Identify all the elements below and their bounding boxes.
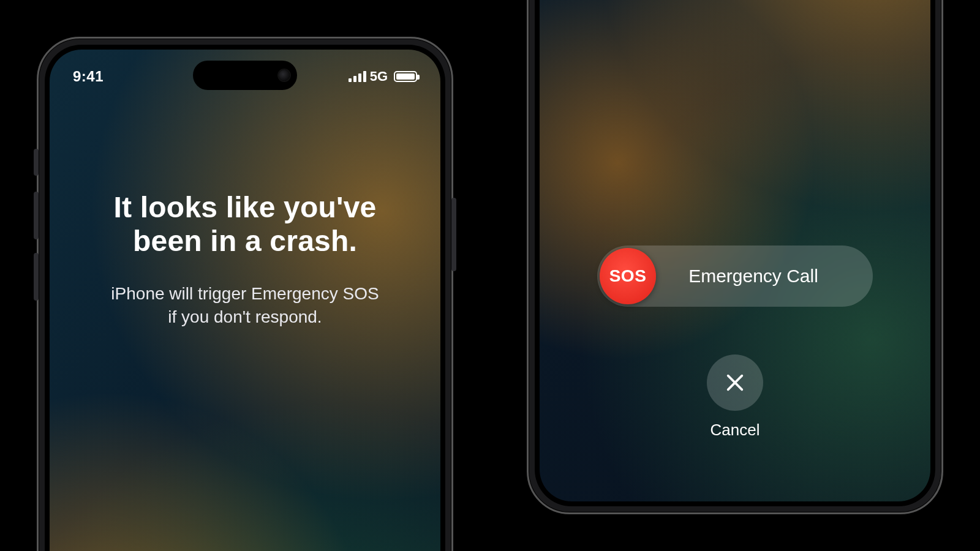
screen: 9:41 5G It looks like you've been in a c… (50, 50, 440, 551)
cancel-label: Cancel (710, 421, 760, 440)
screen: SOS Emergency Call Cancel (540, 0, 930, 501)
network-label: 5G (370, 69, 388, 84)
battery-full-icon (394, 71, 417, 82)
crash-heading-line1: It looks like you've (114, 191, 377, 223)
crash-heading-line2: been in a crash. (133, 225, 357, 257)
crash-sub-line2: if you don't respond. (168, 307, 322, 326)
sos-knob[interactable]: SOS (600, 248, 656, 304)
status-bar: 9:41 5G (50, 64, 440, 89)
emergency-call-slider[interactable]: SOS Emergency Call (597, 246, 873, 307)
promo-stage: 9:41 5G It looks like you've been in a c… (0, 0, 980, 551)
iphone-frame-left: 9:41 5G It looks like you've been in a c… (37, 37, 453, 551)
bezel: 9:41 5G It looks like you've been in a c… (45, 45, 445, 551)
crash-sub-line1: iPhone will trigger Emergency SOS (111, 284, 379, 303)
cancel-group: Cancel (540, 354, 930, 440)
bezel: SOS Emergency Call Cancel (535, 0, 935, 506)
cancel-button[interactable] (707, 354, 763, 411)
cellular-signal-icon (349, 71, 366, 82)
volume-up-button (34, 192, 39, 239)
iphone-frame-right: SOS Emergency Call Cancel (527, 0, 943, 514)
crash-subtext: iPhone will trigger Emergency SOS if you… (50, 282, 440, 329)
status-time: 9:41 (73, 68, 104, 85)
crash-heading: It looks like you've been in a crash. (50, 190, 440, 258)
sos-knob-label: SOS (609, 266, 647, 286)
mute-switch (34, 149, 39, 176)
volume-down-button (34, 253, 39, 301)
side-button (451, 198, 456, 271)
close-icon (725, 372, 745, 393)
emergency-call-label: Emergency Call (658, 266, 873, 287)
